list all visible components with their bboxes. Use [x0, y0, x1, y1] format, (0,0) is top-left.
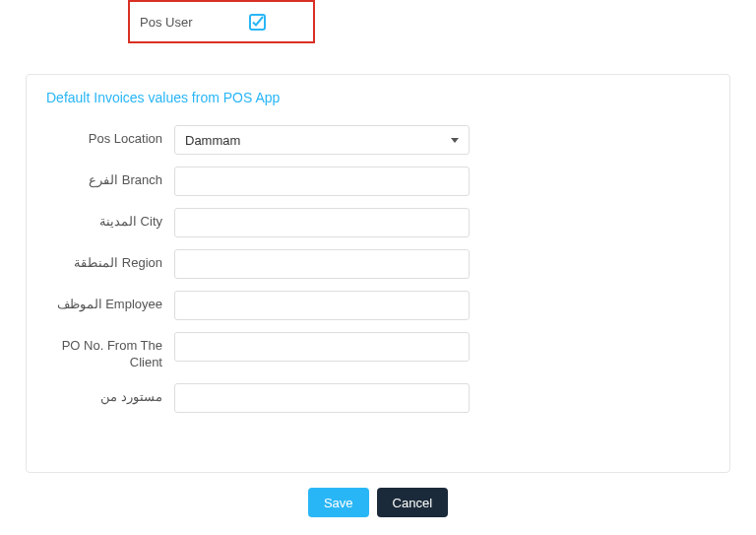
row-employee: الموظف Employee: [46, 291, 710, 320]
label-pos-location: Pos Location: [46, 125, 174, 148]
panel-title: Default Invoices values from POS App: [46, 90, 710, 105]
select-pos-location-value: Dammam: [185, 133, 451, 148]
input-imported[interactable]: [174, 383, 470, 413]
row-city: المدينة City: [46, 208, 710, 237]
save-button[interactable]: Save: [308, 488, 369, 517]
input-city[interactable]: [174, 208, 470, 237]
input-branch[interactable]: [174, 167, 470, 196]
label-branch: الفرع Branch: [46, 167, 174, 189]
row-pos-location: Pos Location Dammam: [46, 125, 710, 155]
row-imported: مستورد من: [46, 383, 710, 413]
action-buttons: Save Cancel: [0, 488, 756, 517]
chevron-down-icon: [451, 138, 459, 143]
label-city: المدينة City: [46, 208, 174, 231]
label-region: المنطقة Region: [46, 249, 174, 272]
input-employee[interactable]: [174, 291, 470, 320]
row-region: المنطقة Region: [46, 249, 710, 279]
select-pos-location[interactable]: Dammam: [174, 125, 470, 155]
row-po-no: PO No. From The Client: [46, 332, 710, 371]
row-branch: الفرع Branch: [46, 167, 710, 196]
label-imported: مستورد من: [46, 383, 174, 406]
label-po-no: PO No. From The Client: [46, 332, 174, 371]
cancel-button[interactable]: Cancel: [377, 488, 448, 517]
pos-user-checkbox[interactable]: [249, 14, 266, 31]
label-employee: الموظف Employee: [46, 291, 174, 313]
checkbox-checked-icon: [249, 14, 266, 31]
pos-user-highlight: Pos User: [128, 0, 315, 43]
input-po-no[interactable]: [174, 332, 470, 362]
pos-user-label: Pos User: [140, 15, 192, 30]
input-region[interactable]: [174, 249, 470, 279]
pos-defaults-panel: Default Invoices values from POS App Pos…: [26, 74, 730, 473]
